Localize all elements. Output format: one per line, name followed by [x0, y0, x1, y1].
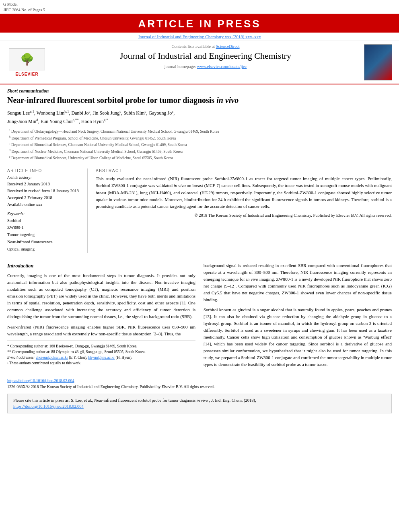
doi-link[interactable]: https://doi.org/10.1016/j.jiec.2018.02.0… — [7, 378, 74, 383]
divider-2 — [7, 258, 392, 258]
footnote-contrib: ¹ These authors contributed equally to t… — [7, 360, 195, 366]
top-banner: G Model JIEC 3864 No. of Pages 5 — [0, 0, 399, 14]
affiliation-b: b Department of Premedical Program, Scho… — [9, 135, 392, 141]
citation-suffix: , J. Ind. Eng. Chem. (2018), — [209, 398, 256, 403]
article-in-press-label: ARTICLE IN PRESS — [138, 18, 261, 30]
citation-box: Please cite this article in press as: S.… — [7, 394, 392, 414]
affiliation-a: a Department of Otolaryngology—Head and … — [9, 128, 392, 134]
journal-thumbnail — [362, 44, 394, 80]
model-label: G Model — [3, 2, 45, 7]
body-right-col: background signal is reduced resulting i… — [204, 262, 392, 372]
journal-link-bar: Journal of Industrial and Engineering Ch… — [0, 33, 399, 41]
abstract-col: ABSTRACT This study evaluated the near-i… — [96, 168, 392, 253]
keyword-4: Near-infrared fluorescence — [7, 238, 82, 246]
keyword-2: ZW800-1 — [7, 224, 82, 231]
journal-homepage-line: journal homepage: www.elsevier.com/locat… — [56, 64, 356, 69]
keyword-3: Tumor targeting — [7, 231, 82, 238]
footnote-star2: ** Corresponding author at: 88 Olympic-r… — [7, 349, 195, 355]
email-link-2[interactable]: hhyun@jnu.ac.kr — [88, 355, 115, 359]
affiliation-d: d Department of Nuclear Medicine, Chonna… — [9, 148, 392, 154]
right-para-2: Sorbitol known as glucitol is a sugar al… — [204, 306, 392, 368]
contents-available-line: Contents lists available at ScienceDirec… — [56, 44, 356, 49]
affiliation-e: e Department of Biomedical Sciences, Uni… — [9, 154, 392, 161]
body-two-col: Introduction Currently, imaging is one o… — [7, 262, 392, 372]
affiliation-c: c Department of Biomedical Sciences, Cho… — [9, 141, 392, 148]
intro-para-2: Near-infrared (NIR) fluorescence imaging… — [7, 324, 195, 337]
copyright-text: © 2018 The Korean Society of Industrial … — [96, 212, 392, 219]
journal-link[interactable]: Journal of Industrial and Engineering Ch… — [138, 34, 261, 39]
divider-1 — [7, 165, 392, 165]
article-info-col: ARTICLE INFO Article history: Received 2… — [7, 168, 88, 253]
email-link-1[interactable]: choieun@ulsan.ac.kr — [36, 355, 68, 359]
model-info: G Model JIEC 3864 No. of Pages 5 — [3, 2, 45, 13]
sciencedirect-link[interactable]: ScienceDirect — [216, 44, 240, 49]
abstract-text: This study evaluated the near-infrared (… — [96, 175, 392, 210]
journal-homepage-link[interactable]: www.elsevier.com/locate/jiec — [197, 64, 247, 69]
citation-italic: in vivo — [197, 398, 208, 403]
article-info-heading: ARTICLE INFO — [7, 168, 82, 173]
elsevier-text: ELSEVIER — [15, 72, 38, 76]
elsevier-logo-box: 🌳 — [9, 48, 45, 70]
authors-line: Sungsu Leea,1, Wonbong Limb,1, Danbi Joc… — [7, 109, 392, 125]
journal-title: Journal of Industrial and Engineering Ch… — [56, 50, 356, 62]
article-type-label: Short communication — [7, 88, 392, 93]
intro-para-1: Currently, imaging is one of the most fu… — [7, 272, 195, 320]
body-left-col: Introduction Currently, imaging is one o… — [7, 262, 195, 372]
footnote-emails: E-mail addresses: choieun@ulsan.ac.kr (E… — [7, 355, 195, 360]
issn-line: 1226-086X/© 2018 The Korean Society of I… — [7, 384, 214, 389]
introduction-heading: Introduction — [7, 262, 195, 270]
keyword-1: Sorbitol — [7, 217, 82, 224]
article-title: Near-infrared fluorescent sorbitol probe… — [7, 95, 392, 105]
citation-prefix: Please cite this article in press as: S.… — [13, 398, 195, 403]
article-history-title: Article history: — [7, 175, 82, 180]
journal-header: 🌳 ELSEVIER Contents lists available at S… — [0, 41, 399, 84]
article-in-press-bar: ARTICLE IN PRESS — [0, 14, 399, 33]
citation-doi-link[interactable]: https://doi.org/10.1016/j.jiec.2018.02.0… — [13, 404, 84, 409]
right-para-1: background signal is reduced resulting i… — [204, 262, 392, 303]
journal-code: JIEC 3864 No. of Pages 5 — [3, 7, 45, 13]
main-content: Short communication Near-infrared fluore… — [0, 84, 399, 375]
keywords-title: Keywords: — [7, 212, 82, 216]
footnote-area: * Corresponding author at: 160 Baekseo-r… — [7, 341, 195, 366]
journal-header-center: Contents lists available at ScienceDirec… — [49, 44, 362, 80]
keyword-5: Optical imaging — [7, 246, 82, 253]
affiliations: a Department of Otolaryngology—Head and … — [7, 128, 392, 161]
bottom-doi-strip: https://doi.org/10.1016/j.jiec.2018.02.0… — [0, 375, 399, 391]
elsevier-tree-icon: 🌳 — [20, 53, 34, 66]
journal-logo: 🌳 ELSEVIER — [5, 44, 49, 80]
article-dates: Received 2 January 2018 Received in revi… — [7, 181, 82, 208]
footnote-star1: * Corresponding author at: 160 Baekseo-r… — [7, 343, 195, 349]
info-abstract-row: ARTICLE INFO Article history: Received 2… — [7, 168, 392, 253]
abstract-heading: ABSTRACT — [96, 168, 392, 173]
journal-cover-thumb — [364, 44, 392, 80]
keywords-list: Sorbitol ZW800-1 Tumor targeting Near-in… — [7, 217, 82, 253]
